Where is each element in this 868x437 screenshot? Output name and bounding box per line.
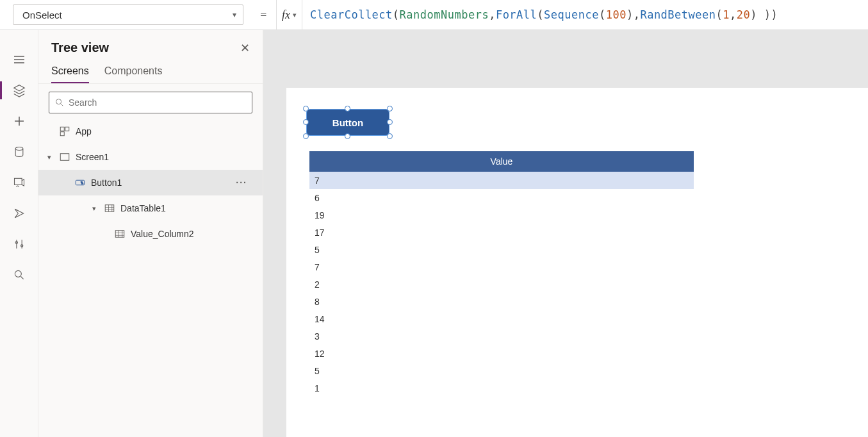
svg-point-0 xyxy=(15,147,23,151)
tree-item-label: Screen1 xyxy=(76,152,109,162)
plus-icon xyxy=(13,115,26,128)
table-row[interactable]: 5 xyxy=(309,362,694,379)
flow-icon xyxy=(13,207,26,220)
tree-view-nav[interactable] xyxy=(0,75,38,106)
cell-value: 3 xyxy=(315,331,320,342)
table-row[interactable]: 14 xyxy=(309,310,694,327)
property-dropdown[interactable]: OnSelect ▾ xyxy=(13,4,243,25)
data-nav[interactable] xyxy=(0,136,38,167)
tree-search-input[interactable] xyxy=(65,97,247,108)
cell-value: 5 xyxy=(315,366,320,376)
formula-token: Sequence xyxy=(544,8,599,21)
formula-token: ), xyxy=(626,8,640,21)
svg-rect-1 xyxy=(14,178,22,185)
hamburger-button[interactable] xyxy=(0,44,38,75)
resize-handle[interactable] xyxy=(345,106,350,111)
resize-handle[interactable] xyxy=(387,106,393,111)
table-row[interactable]: 1 xyxy=(309,379,694,397)
media-icon xyxy=(13,176,26,189)
formula-token: ( xyxy=(537,8,544,21)
formula-bar[interactable]: ClearCollect( RandomNumbers, ForAll( Seq… xyxy=(302,0,868,29)
cell-value: 19 xyxy=(315,210,325,220)
tree-item-value-column[interactable]: Value_Column2 xyxy=(38,221,263,247)
table-row[interactable]: 6 xyxy=(309,189,694,206)
search-nav[interactable] xyxy=(0,260,38,290)
tree-item-datatable1[interactable]: ▾ DataTable1 xyxy=(38,195,263,221)
table-row[interactable]: 7 xyxy=(309,172,694,189)
button-control-selection[interactable]: Button xyxy=(306,109,389,136)
layers-icon xyxy=(12,83,26,97)
data-table-header[interactable]: Value xyxy=(309,151,694,172)
svg-rect-12 xyxy=(115,231,124,238)
fx-dropdown[interactable]: fx ▾ xyxy=(276,0,302,29)
cell-value: 6 xyxy=(315,193,320,203)
chevron-down-icon: ▾ xyxy=(293,11,297,19)
tree-item-screen1[interactable]: ▾ Screen1 xyxy=(38,144,263,170)
table-row[interactable]: 2 xyxy=(309,276,694,293)
tab-components[interactable]: Components xyxy=(104,65,163,83)
svg-rect-8 xyxy=(60,132,64,136)
app-icon xyxy=(59,126,70,137)
search-icon xyxy=(13,268,26,281)
svg-point-4 xyxy=(15,270,21,277)
canvas-area: Button Value 76191757281431251 xyxy=(263,30,868,437)
tab-screens[interactable]: Screens xyxy=(51,65,89,83)
cell-value: 5 xyxy=(315,245,320,255)
table-row[interactable]: 12 xyxy=(309,345,694,362)
tree-item-label: App xyxy=(76,126,92,136)
tree-item-app[interactable]: App xyxy=(38,119,263,144)
tree-search[interactable] xyxy=(49,92,252,113)
resize-handle[interactable] xyxy=(303,133,309,139)
button-control[interactable]: Button xyxy=(306,109,389,136)
fx-icon: fx xyxy=(282,8,290,22)
table-row[interactable]: 5 xyxy=(309,241,694,258)
table-icon xyxy=(104,202,115,214)
table-row[interactable]: 8 xyxy=(309,293,694,310)
left-rail xyxy=(0,30,38,437)
table-row[interactable]: 7 xyxy=(309,258,694,276)
formula-token: 100 xyxy=(606,8,626,21)
media-nav[interactable] xyxy=(0,167,38,198)
tree-item-button1[interactable]: Button1 ··· xyxy=(38,170,263,195)
resize-handle[interactable] xyxy=(303,106,309,111)
table-row[interactable]: 17 xyxy=(309,224,694,241)
button-control-text: Button xyxy=(332,117,363,128)
cell-value: 17 xyxy=(315,227,325,238)
table-row[interactable]: 3 xyxy=(309,327,694,345)
formula-token: ForAll xyxy=(496,8,537,21)
tree-item-label: Value_Column2 xyxy=(131,229,194,239)
formula-token: ( xyxy=(393,8,400,21)
formula-token: RandomNumbers xyxy=(400,8,489,21)
more-options-button[interactable]: ··· xyxy=(236,177,247,188)
resize-handle[interactable] xyxy=(387,119,393,125)
formula-token: ) )) xyxy=(750,8,778,21)
resize-handle[interactable] xyxy=(345,133,350,139)
formula-token: 20 xyxy=(737,8,750,21)
formula-token: ( xyxy=(599,8,606,21)
column-icon xyxy=(114,228,126,240)
formula-token: RandBetween xyxy=(640,8,716,21)
resize-handle[interactable] xyxy=(387,133,393,139)
property-dropdown-value: OnSelect xyxy=(22,10,62,21)
column-header-label: Value xyxy=(491,156,513,167)
chevron-down-icon[interactable]: ▾ xyxy=(45,153,54,161)
svg-rect-6 xyxy=(60,127,64,131)
tree-view-title: Tree view xyxy=(51,40,109,55)
screen-canvas[interactable]: Button Value 76191757281431251 xyxy=(286,88,868,437)
svg-point-5 xyxy=(56,99,61,104)
screen-icon xyxy=(59,151,70,163)
svg-rect-7 xyxy=(65,127,69,131)
data-table-control[interactable]: Value 76191757281431251 xyxy=(309,151,694,397)
resize-handle[interactable] xyxy=(303,119,309,125)
settings-nav[interactable] xyxy=(0,229,38,260)
sliders-icon xyxy=(13,238,26,251)
tree-item-label: DataTable1 xyxy=(120,203,166,213)
tree-view-panel: Tree view ✕ Screens Components App ▾ xyxy=(38,30,263,437)
power-automate-nav[interactable] xyxy=(0,198,38,229)
cell-value: 2 xyxy=(315,279,320,290)
table-row[interactable]: 19 xyxy=(309,206,694,224)
insert-nav[interactable] xyxy=(0,106,38,136)
chevron-down-icon[interactable]: ▾ xyxy=(90,204,99,213)
database-icon xyxy=(13,145,26,158)
close-icon[interactable]: ✕ xyxy=(240,41,250,55)
